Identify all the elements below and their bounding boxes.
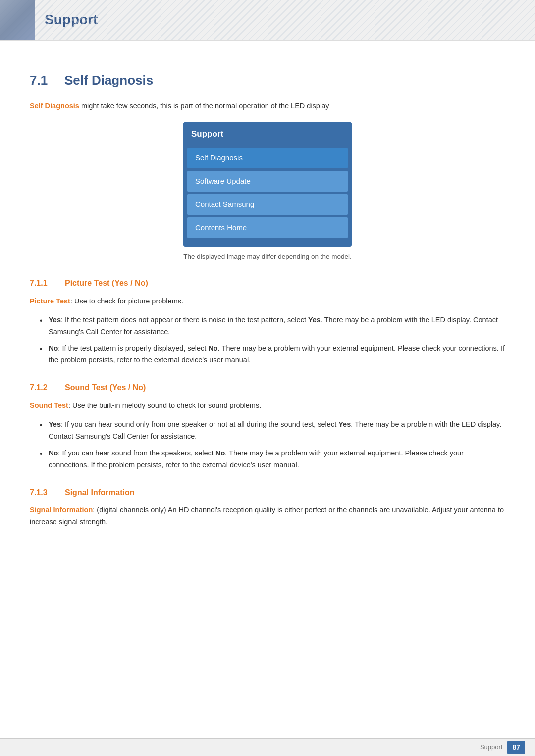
subsection-711-number: 7.1.1 — [30, 277, 57, 290]
intro-rest: might take few seconds, this is part of … — [81, 102, 329, 110]
intro-paragraph: Self Diagnosis might take few seconds, t… — [30, 101, 505, 112]
subsection-712-number: 7.1.2 — [30, 381, 57, 394]
picture-test-no-bullet: No: If the test pattern is properly disp… — [40, 343, 505, 366]
menu-caption: The displayed image may differ depending… — [30, 252, 505, 262]
signal-info-text: Signal Information: (digital channels on… — [30, 504, 505, 528]
sound-test-intro-rest: : Use the built-in melody sound to check… — [68, 402, 261, 409]
picture-test-intro-rest: : Use to check for picture problems. — [70, 297, 183, 305]
sound-test-bullets: Yes: If you can hear sound only from one… — [40, 419, 505, 471]
menu-item-software-update[interactable]: Software Update — [187, 171, 348, 192]
header-accent-bar — [0, 0, 35, 40]
main-content: 7.1 Self Diagnosis Self Diagnosis might … — [0, 41, 535, 565]
sound-test-no-bullet: No: If you can hear sound from the speak… — [40, 448, 505, 471]
header-background — [0, 0, 535, 40]
menu-screenshot: Support Self Diagnosis Software Update C… — [30, 122, 505, 246]
subsection-711-title: Picture Test (Yes / No) — [65, 277, 148, 290]
section-71-heading: 7.1 Self Diagnosis — [30, 70, 505, 91]
subsection-712-title: Sound Test (Yes / No) — [65, 381, 146, 394]
subsection-713-heading: 7.1.3 Signal Information — [30, 486, 505, 499]
page-header: Support — [0, 0, 535, 41]
subsection-713-title: Signal Information — [65, 486, 134, 499]
sound-test-intro: Sound Test: Use the built-in melody soun… — [30, 400, 505, 412]
subsection-713-number: 7.1.3 — [30, 486, 57, 499]
sound-test-yes-bullet: Yes: If you can hear sound only from one… — [40, 419, 505, 443]
picture-test-term: Picture Test — [30, 297, 70, 305]
picture-test-bullets: Yes: If the test pattern does not appear… — [40, 314, 505, 367]
intro-highlight: Self Diagnosis — [30, 102, 79, 110]
sound-test-term: Sound Test — [30, 402, 68, 409]
section-title: Self Diagnosis — [64, 70, 153, 91]
signal-info-term: Signal Information — [30, 506, 93, 514]
subsection-712-heading: 7.1.2 Sound Test (Yes / No) — [30, 381, 505, 394]
section-number: 7.1 — [30, 70, 54, 91]
menu-item-contact-samsung[interactable]: Contact Samsung — [187, 194, 348, 215]
signal-info-rest: : (digital channels only) An HD channel'… — [30, 506, 504, 526]
menu-item-contents-home[interactable]: Contents Home — [187, 217, 348, 238]
subsection-711-heading: 7.1.1 Picture Test (Yes / No) — [30, 277, 505, 290]
picture-test-intro: Picture Test: Use to check for picture p… — [30, 296, 505, 307]
menu-header: Support — [183, 122, 352, 145]
support-menu: Support Self Diagnosis Software Update C… — [183, 122, 352, 246]
picture-test-yes-bullet: Yes: If the test pattern does not appear… — [40, 314, 505, 338]
menu-item-self-diagnosis[interactable]: Self Diagnosis — [187, 148, 348, 168]
